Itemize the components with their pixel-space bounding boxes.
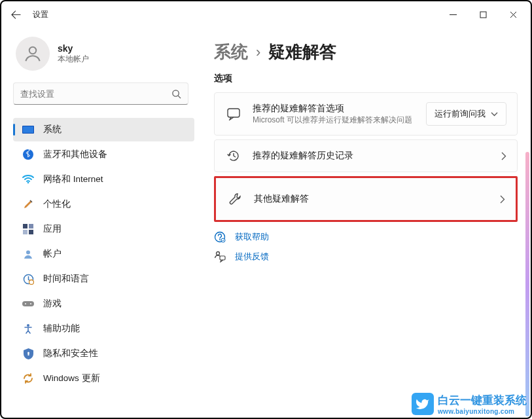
wrench-icon [226,192,243,206]
feedback-link[interactable]: 提供反馈 [235,251,269,263]
link-get-help: 获取帮助 [214,231,518,243]
nav-item-network[interactable]: 网络和 Internet [13,168,194,191]
svg-rect-9 [23,230,27,234]
breadcrumb-current: 疑难解答 [268,41,336,64]
close-button[interactable] [498,5,528,24]
sidebar: sky 本地帐户 系统 蓝牙和其他设备 网络和 Internet [1,27,194,419]
nav-label: 蓝牙和其他设备 [43,149,107,160]
breadcrumb: 系统 › 疑难解答 [214,41,518,64]
history-icon [225,149,242,162]
svg-rect-14 [22,301,34,306]
svg-point-1 [29,47,37,54]
nav-item-accessibility[interactable]: 辅助功能 [13,317,194,340]
nav-label: 帐户 [43,248,62,260]
svg-rect-8 [29,224,33,228]
maximize-button[interactable] [468,5,498,24]
user-name: sky [58,43,89,54]
search-input[interactable] [20,89,171,99]
feedback-icon [214,251,226,263]
nav-item-apps[interactable]: 应用 [13,217,194,241]
nav-label: 隐私和安全性 [43,348,98,359]
bird-icon [416,397,430,411]
section-options-label: 选项 [214,73,518,84]
watermark-url: www.baiyunxitong.com [438,408,527,415]
nav-label: 系统 [43,124,62,136]
avatar [16,37,50,71]
card-other-troubleshooters[interactable]: 其他疑难解答 [214,176,518,222]
svg-point-2 [173,90,179,96]
card-title: 推荐的疑难解答首选项 [253,103,426,115]
watermark-text: 白云一键重装系统 [438,393,527,408]
user-account: 本地帐户 [58,54,89,65]
nav-label: 时间和语言 [43,273,89,285]
card-title: 推荐的疑难解答历史记录 [253,150,501,162]
nav-label: 个性化 [43,198,71,210]
close-icon [510,11,517,18]
user-profile[interactable]: sky 本地帐户 [16,37,194,71]
chevron-down-icon [491,112,498,117]
maximize-icon [480,11,487,18]
dropdown-value: 运行前询问我 [434,108,486,120]
svg-point-24 [217,252,220,255]
card-recommended-preferences: 推荐的疑难解答首选项 Microsoft 可以推荐并运行疑难解答来解决问题 运行… [214,92,518,136]
brush-icon [22,198,34,210]
card-subtitle: Microsoft 可以推荐并运行疑难解答来解决问题 [253,115,416,126]
nav-item-system[interactable]: 系统 [13,118,194,141]
main-content: 系统 › 疑难解答 选项 推荐的疑难解答首选项 Microsoft 可以推荐并运… [194,27,531,419]
card-title: 其他疑难解答 [254,193,500,205]
nav-label: Windows 更新 [43,373,100,384]
watermark-badge [412,393,434,415]
svg-point-17 [27,324,29,327]
card-history[interactable]: 推荐的疑难解答历史记录 [214,139,518,172]
svg-point-6 [27,182,29,184]
nav-item-gaming[interactable]: 游戏 [13,292,194,316]
help-icon [214,231,226,243]
gamepad-icon [22,298,34,310]
svg-rect-10 [29,230,33,234]
clock-globe-icon [22,273,34,285]
accessibility-icon [22,323,34,335]
help-link[interactable]: 获取帮助 [235,231,269,243]
nav-item-bluetooth[interactable]: 蓝牙和其他设备 [13,143,194,166]
update-icon [22,373,34,384]
shield-icon [22,348,34,359]
nav-item-privacy[interactable]: 隐私和安全性 [13,342,194,365]
nav-label: 应用 [43,223,62,235]
breadcrumb-separator: › [256,44,260,61]
nav-item-time-language[interactable]: 时间和语言 [13,267,194,291]
window-controls [438,5,528,24]
breadcrumb-parent[interactable]: 系统 [214,41,248,64]
search-input-wrap[interactable] [13,82,188,105]
svg-rect-0 [480,12,486,18]
svg-point-15 [25,303,26,304]
search-icon [171,89,181,99]
minimize-button[interactable] [438,5,468,24]
preference-dropdown[interactable]: 运行前询问我 [426,102,506,126]
svg-point-11 [26,251,30,255]
watermark: 白云一键重装系统 www.baiyunxitong.com [412,393,527,415]
apps-icon [22,223,34,235]
minimize-icon [450,11,457,18]
svg-rect-4 [23,126,33,133]
app-title: 设置 [33,9,48,20]
nav-label: 游戏 [43,298,62,310]
nav-item-accounts[interactable]: 帐户 [13,242,194,266]
svg-rect-19 [27,354,29,355]
help-links: 获取帮助 提供反馈 [214,231,518,263]
nav-label: 网络和 Internet [43,173,103,185]
title-bar: 设置 [1,1,531,27]
wifi-icon [22,173,34,185]
nav-item-windows-update[interactable]: Windows 更新 [13,367,194,390]
back-button[interactable] [4,3,27,26]
nav-item-personalization[interactable]: 个性化 [13,192,194,216]
decorative-right-edge [525,152,529,416]
arrow-left-icon [11,10,21,20]
nav-label: 辅助功能 [43,323,80,335]
bluetooth-icon [22,149,34,160]
chat-icon [225,107,242,120]
user-icon [23,44,43,64]
nav-list: 系统 蓝牙和其他设备 网络和 Internet 个性化 应用 帐户 [13,118,194,390]
svg-point-13 [29,280,33,284]
chevron-right-icon [500,195,505,204]
chevron-right-icon [501,152,506,160]
